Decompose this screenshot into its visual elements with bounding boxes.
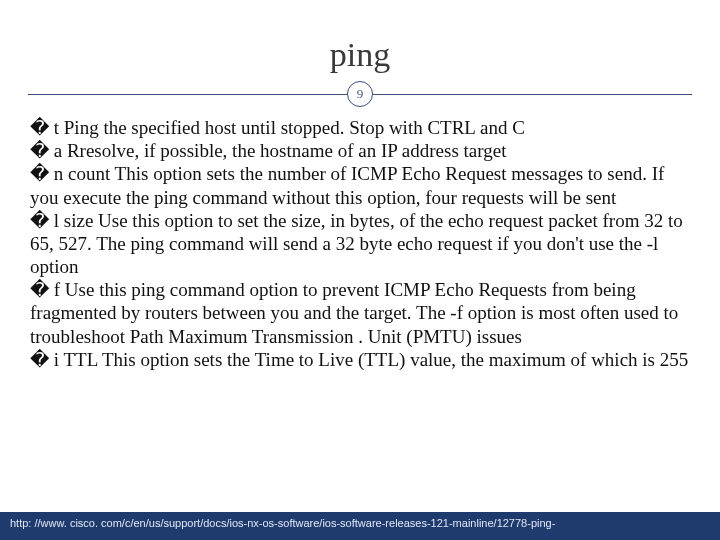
footer-text: http: //www. cisco. com/c/en/us/support/…: [10, 517, 555, 529]
bullet-text: size Use this option to set the size, in…: [30, 210, 683, 277]
bullet-flag: � t: [30, 117, 64, 138]
list-item: � f Use this ping command option to prev…: [30, 278, 690, 348]
list-item: � n count This option sets the number of…: [30, 162, 690, 208]
bullet-flag: � l: [30, 210, 64, 231]
bullet-flag: � n: [30, 163, 68, 184]
list-item: � a Rresolve, if possible, the hostname …: [30, 139, 690, 162]
bullet-text: Rresolve, if possible, the hostname of a…: [67, 140, 507, 161]
bullet-flag: � i: [30, 349, 63, 370]
divider: 9: [0, 80, 720, 108]
list-item: � i TTL This option sets the Time to Liv…: [30, 348, 690, 371]
page-number-badge: 9: [347, 81, 373, 107]
list-item: � l size Use this option to set the size…: [30, 209, 690, 279]
bullet-text: Use this ping command option to prevent …: [30, 279, 678, 346]
footer: http: //www. cisco. com/c/en/us/support/…: [0, 512, 720, 540]
content-area: � t Ping the specified host until stoppe…: [0, 108, 720, 371]
bullet-text: TTL This option sets the Time to Live (T…: [63, 349, 688, 370]
slide: ping 9 � t Ping the specified host until…: [0, 0, 720, 540]
bullet-flag: � f: [30, 279, 65, 300]
page-title: ping: [0, 36, 720, 74]
title-row: ping: [0, 0, 720, 74]
bullet-text: Ping the specified host until stopped. S…: [64, 117, 525, 138]
bullet-text: count This option sets the number of ICM…: [30, 163, 664, 207]
list-item: � t Ping the specified host until stoppe…: [30, 116, 690, 139]
bullet-flag: � a: [30, 140, 67, 161]
